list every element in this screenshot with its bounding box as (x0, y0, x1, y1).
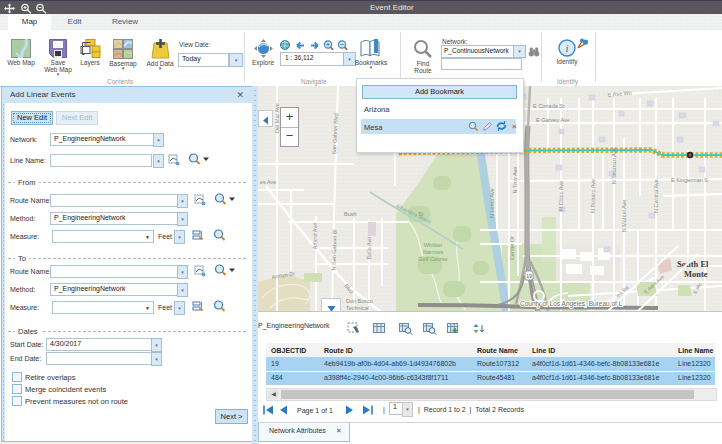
svg-text:Monte: Monte (684, 269, 708, 279)
svg-text:N Troy Ave: N Troy Ave (512, 167, 518, 194)
svg-text:E Garvey Ave: E Garvey Ave (536, 117, 570, 123)
svg-text:N Chico Ave: N Chico Ave (558, 181, 564, 211)
svg-text:es Ave: es Ave (260, 179, 276, 185)
svg-text:×: × (512, 122, 517, 131)
svg-text:Bush: Bush (344, 211, 357, 217)
svg-text:Whittier: Whittier (424, 242, 443, 248)
svg-text:i: i (565, 42, 568, 54)
svg-text:E Cortada St: E Cortada St (533, 103, 565, 109)
svg-text:19: 19 (526, 273, 532, 279)
svg-text:County of Los Angeles, Bureau: County of Los Angeles, Bureau of L (520, 300, 623, 308)
svg-text:South El: South El (677, 259, 709, 269)
svg-text:Arland Ave: Arland Ave (312, 223, 318, 250)
svg-text:N Central Ave: N Central Ave (653, 179, 659, 213)
svg-text:Page 1 of 1: Page 1 of 1 (297, 407, 333, 415)
svg-text:N Potrero Ave: N Potrero Ave (590, 179, 596, 213)
svg-text:Bella Ave: Bella Ave (366, 237, 372, 260)
svg-text:N Seaman Ave: N Seaman Ave (611, 148, 617, 185)
svg-text:E Kingerman S: E Kingerman S (671, 177, 708, 183)
svg-text:Center Dr: Center Dr (509, 236, 515, 260)
svg-text:N Marcel Ave: N Marcel Ave (621, 200, 627, 233)
svg-text:Golf Course: Golf Course (418, 256, 447, 262)
svg-text:N Loma Ave: N Loma Ave (489, 188, 495, 218)
svg-text:Don Bosco: Don Bosco (346, 298, 373, 304)
svg-text:Narrows: Narrows (423, 249, 444, 255)
